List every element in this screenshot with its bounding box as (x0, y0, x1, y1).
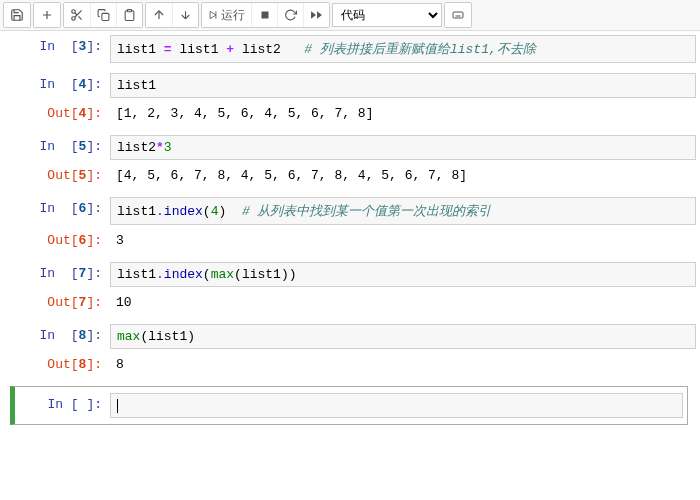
cut-button[interactable] (64, 3, 90, 27)
input-prompt: In [7]: (0, 262, 110, 285)
plus-icon (40, 8, 54, 22)
run-label: 运行 (221, 7, 245, 24)
interrupt-button[interactable] (251, 3, 277, 27)
output-prompt: Out[8]: (0, 353, 110, 376)
svg-marker-14 (317, 11, 322, 19)
input-prompt: In [4]: (0, 73, 110, 96)
code-cell[interactable]: In [6]:list1.index(4) # 从列表中找到某一个值第一次出现的… (0, 197, 700, 252)
keyboard-icon (451, 9, 465, 21)
move-down-button[interactable] (172, 3, 198, 27)
toolbar: 运行 代码 (0, 0, 700, 31)
input-prompt: In [3]: (0, 35, 110, 58)
fast-forward-icon (310, 8, 323, 22)
restart-run-all-button[interactable] (303, 3, 329, 27)
insert-cell-button[interactable] (34, 3, 60, 27)
copy-button[interactable] (90, 3, 116, 27)
output-text: 10 (110, 291, 700, 314)
output-prompt: Out[7]: (0, 291, 110, 314)
restart-button[interactable] (277, 3, 303, 27)
notebook-area: In [3]:list1 = list1 + list2 # 列表拼接后重新赋值… (0, 31, 700, 376)
code-cell[interactable]: In [7]:list1.index(max(list1))Out[7]:10 (0, 262, 700, 314)
copy-icon (97, 8, 110, 22)
svg-marker-11 (210, 11, 216, 19)
output-text: [1, 2, 3, 4, 5, 6, 4, 5, 6, 7, 8] (110, 102, 700, 125)
save-button[interactable] (4, 3, 30, 27)
input-prompt: In [6]: (0, 197, 110, 220)
input-prompt: In [8]: (0, 324, 110, 347)
command-palette-button[interactable] (445, 3, 471, 27)
svg-line-6 (75, 13, 77, 15)
output-text: 8 (110, 353, 700, 376)
svg-line-5 (78, 16, 81, 19)
output-text: [4, 5, 6, 7, 8, 4, 5, 6, 7, 8, 4, 5, 6, … (110, 164, 700, 187)
arrow-down-icon (179, 8, 192, 22)
svg-rect-13 (261, 12, 268, 19)
svg-rect-7 (102, 13, 109, 20)
code-content[interactable]: list1 = list1 + list2 # 列表拼接后重新赋值给list1,… (110, 35, 696, 63)
stop-icon (259, 9, 271, 21)
svg-rect-16 (453, 12, 463, 18)
code-cell[interactable]: In [4]:list1Out[4]:[1, 2, 3, 4, 5, 6, 4,… (0, 73, 700, 125)
arrow-up-icon (152, 8, 166, 22)
code-content[interactable]: list1.index(4) # 从列表中找到某一个值第一次出现的索引 (110, 197, 696, 225)
restart-icon (284, 8, 297, 22)
svg-point-2 (72, 10, 76, 14)
code-content[interactable]: list2*3 (110, 135, 696, 160)
active-cell[interactable]: In [ ]: (10, 386, 688, 425)
code-content[interactable]: max(list1) (110, 324, 696, 349)
output-prompt: Out[4]: (0, 102, 110, 125)
paste-button[interactable] (116, 3, 142, 27)
input-prompt: In [ ]: (15, 393, 110, 416)
scissors-icon (70, 8, 84, 22)
code-content[interactable]: list1 (110, 73, 696, 98)
paste-icon (123, 8, 136, 22)
svg-rect-8 (127, 10, 131, 12)
cell-type-select[interactable]: 代码 (332, 3, 442, 27)
code-cell[interactable]: In [5]:list2*3Out[5]:[4, 5, 6, 7, 8, 4, … (0, 135, 700, 187)
svg-marker-15 (311, 11, 316, 19)
code-cell[interactable]: In [8]:max(list1)Out[8]:8 (0, 324, 700, 376)
svg-point-3 (72, 17, 76, 21)
output-text: 3 (110, 229, 700, 252)
code-content[interactable]: list1.index(max(list1)) (110, 262, 696, 287)
save-icon (10, 8, 24, 22)
run-button[interactable]: 运行 (202, 3, 251, 27)
move-up-button[interactable] (146, 3, 172, 27)
output-prompt: Out[5]: (0, 164, 110, 187)
output-prompt: Out[6]: (0, 229, 110, 252)
code-cell[interactable]: In [3]:list1 = list1 + list2 # 列表拼接后重新赋值… (0, 35, 700, 63)
input-prompt: In [5]: (0, 135, 110, 158)
code-input[interactable] (110, 393, 683, 418)
run-icon (208, 10, 218, 20)
